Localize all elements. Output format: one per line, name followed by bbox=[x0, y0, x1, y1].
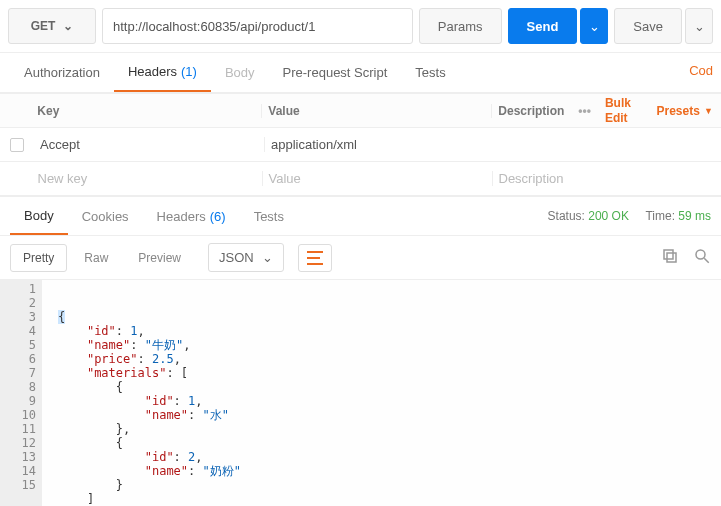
new-key-input[interactable]: New key bbox=[32, 171, 262, 186]
search-icon[interactable] bbox=[693, 247, 711, 268]
line-gutter: 123456789101112131415 bbox=[0, 280, 42, 506]
new-value-input[interactable]: Value bbox=[262, 171, 492, 186]
preview-button[interactable]: Preview bbox=[125, 244, 194, 272]
col-key-header: Key bbox=[31, 104, 261, 118]
headers-table-head: Key Value Description ••• Bulk Edit Pres… bbox=[0, 93, 721, 127]
checkbox[interactable] bbox=[10, 138, 24, 152]
svg-point-2 bbox=[696, 250, 705, 259]
tab-body[interactable]: Body bbox=[211, 53, 269, 92]
pretty-bar: Pretty Raw Preview JSON ⌄ bbox=[0, 236, 721, 280]
pretty-button[interactable]: Pretty bbox=[10, 244, 67, 272]
code-link[interactable]: Cod bbox=[689, 63, 713, 78]
save-dropdown[interactable]: ⌄ bbox=[685, 8, 713, 44]
tab-tests[interactable]: Tests bbox=[401, 53, 459, 92]
svg-line-3 bbox=[704, 258, 709, 263]
http-method-select[interactable]: GET ⌄ bbox=[8, 8, 96, 44]
time-label: Time: bbox=[645, 209, 675, 223]
format-label: JSON bbox=[219, 250, 254, 265]
resp-tab-tests[interactable]: Tests bbox=[240, 197, 298, 235]
request-tabs: Authorization Headers (1) Body Pre-reque… bbox=[0, 53, 721, 93]
header-row[interactable]: Accept application/xml bbox=[0, 127, 721, 161]
format-select[interactable]: JSON ⌄ bbox=[208, 243, 284, 272]
header-row-new[interactable]: New key Value Description bbox=[0, 161, 721, 195]
status-label: Status: bbox=[548, 209, 585, 223]
header-value-cell[interactable]: application/xml bbox=[264, 137, 494, 152]
time-value: 59 ms bbox=[678, 209, 711, 223]
headers-table: Key Value Description ••• Bulk Edit Pres… bbox=[0, 93, 721, 196]
copy-icon[interactable] bbox=[661, 247, 679, 268]
svg-rect-0 bbox=[667, 253, 676, 262]
response-body-viewer: 123456789101112131415 { "id": 1, "name":… bbox=[0, 280, 721, 506]
raw-button[interactable]: Raw bbox=[71, 244, 121, 272]
wrap-lines-button[interactable] bbox=[298, 244, 332, 272]
save-button[interactable]: Save bbox=[614, 8, 682, 44]
url-input[interactable] bbox=[102, 8, 413, 44]
response-tabs: Body Cookies Headers (6) Tests Status: 2… bbox=[0, 196, 721, 236]
status-value: 200 OK bbox=[588, 209, 629, 223]
tab-headers-label: Headers bbox=[128, 64, 177, 79]
request-bar: GET ⌄ Params Send ⌄ Save ⌄ bbox=[0, 0, 721, 53]
send-dropdown[interactable]: ⌄ bbox=[580, 8, 608, 44]
col-value-header: Value bbox=[261, 104, 491, 118]
response-meta: Status: 200 OK Time: 59 ms bbox=[548, 209, 711, 223]
resp-tab-cookies[interactable]: Cookies bbox=[68, 197, 143, 235]
wrap-icon bbox=[307, 251, 323, 265]
resp-tab-headers-count: (6) bbox=[210, 209, 226, 224]
header-key-cell[interactable]: Accept bbox=[34, 137, 264, 152]
chevron-down-icon: ⌄ bbox=[589, 19, 600, 34]
more-icon[interactable]: ••• bbox=[564, 104, 605, 118]
svg-rect-1 bbox=[664, 250, 673, 259]
bulk-edit-link[interactable]: Bulk Edit bbox=[605, 96, 657, 125]
chevron-down-icon: ⌄ bbox=[262, 250, 273, 265]
tab-headers-count: (1) bbox=[181, 64, 197, 79]
presets-dropdown[interactable]: Presets ▼ bbox=[657, 104, 722, 118]
resp-tab-headers-label: Headers bbox=[157, 209, 206, 224]
triangle-down-icon: ▼ bbox=[704, 106, 713, 116]
resp-tab-body[interactable]: Body bbox=[10, 197, 68, 235]
send-button[interactable]: Send bbox=[508, 8, 578, 44]
new-desc-input[interactable]: Description bbox=[492, 171, 564, 186]
tab-headers[interactable]: Headers (1) bbox=[114, 53, 211, 92]
params-button[interactable]: Params bbox=[419, 8, 502, 44]
code-content[interactable]: { "id": 1, "name": "牛奶", "price": 2.5, "… bbox=[42, 280, 721, 506]
tab-authorization[interactable]: Authorization bbox=[10, 53, 114, 92]
http-method-label: GET bbox=[31, 19, 56, 33]
col-desc-header: Description bbox=[491, 104, 564, 118]
chevron-down-icon: ⌄ bbox=[63, 19, 73, 33]
presets-label: Presets bbox=[657, 104, 700, 118]
resp-tab-headers[interactable]: Headers (6) bbox=[143, 197, 240, 235]
tab-prerequest[interactable]: Pre-request Script bbox=[269, 53, 402, 92]
chevron-down-icon: ⌄ bbox=[694, 19, 705, 34]
